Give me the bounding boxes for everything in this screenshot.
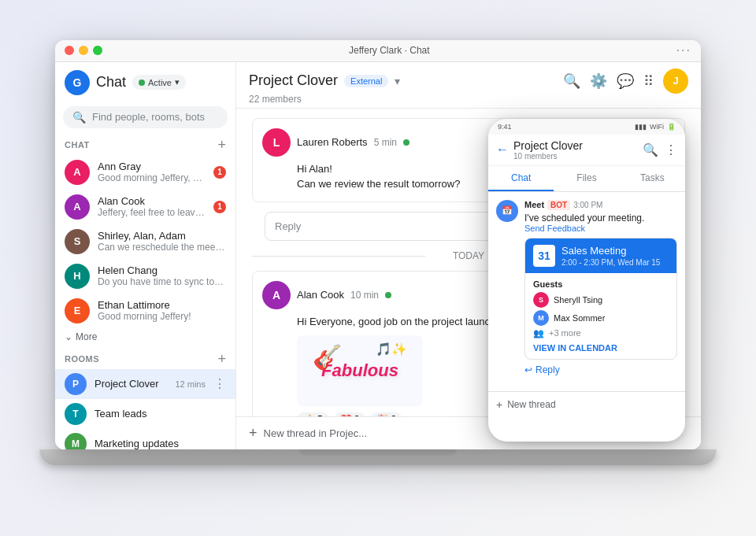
card-event-info: Sales Meeting 2:00 - 2:30 PM, Wed Mar 15 (561, 245, 660, 267)
tab-tasks[interactable]: Tasks (620, 166, 685, 191)
chat-more-button[interactable]: ⌄ More (55, 328, 235, 349)
status-dropdown-icon: ▾ (175, 77, 180, 87)
close-button[interactable] (65, 46, 74, 55)
message-time: 5 min (374, 137, 397, 148)
phone-bottom-bar[interactable]: + New thread (488, 391, 685, 417)
new-chat-button[interactable]: + (217, 138, 226, 152)
grid-icon[interactable]: ⠿ (643, 72, 654, 90)
chat-item[interactable]: A Ann Gray Good morning Jeffery, h... 1 (55, 155, 235, 190)
chat-info: Alan Cook Jeffery, feel free to leave... (98, 195, 206, 218)
members-count: 22 members (249, 94, 688, 105)
status-label: Active (148, 78, 172, 87)
bot-message-header: Meet BOT 3:00 PM (524, 200, 677, 210)
signal-icon: ▮▮▮ (635, 123, 647, 131)
guest-name: Max Sommer (554, 313, 605, 323)
card-time: 2:00 - 2:30 PM, Wed Mar 15 (561, 258, 660, 267)
chat-name: Ann Gray (98, 161, 206, 172)
feedback-link[interactable]: Send Feedback (524, 224, 677, 233)
day-label: TODAY (453, 250, 484, 261)
room-name: Team leads (94, 408, 226, 420)
chat-info: Shirley, Alan, Adam Can we reschedule th… (98, 230, 226, 253)
search-box[interactable]: 🔍 Find people, rooms, bots (63, 106, 228, 128)
chat-section-label: CHAT (65, 140, 90, 150)
chat-item[interactable]: A Alan Cook Jeffery, feel free to leave.… (55, 190, 235, 224)
avatar: L (262, 128, 291, 157)
phone-reply-button[interactable]: ↩ Reply (524, 364, 677, 375)
room-item-team-leads[interactable]: T Team leads (55, 399, 235, 429)
user-avatar[interactable]: J (663, 68, 688, 94)
gif-attachment: 🎸 🎵✨ Fabulous (297, 335, 423, 406)
avatar: A (65, 194, 90, 220)
search-icon[interactable]: 🔍 (563, 72, 580, 90)
new-room-button[interactable]: + (217, 352, 226, 366)
new-thread-label: New thread (507, 399, 555, 410)
more-guests-count: +3 more (549, 328, 581, 338)
google-chat-logo: G (65, 70, 90, 95)
maximize-button[interactable] (93, 46, 102, 55)
room-icon: T (65, 403, 87, 425)
online-status-dot (139, 79, 145, 86)
tab-chat[interactable]: Chat (488, 166, 554, 191)
back-button[interactable]: ← (496, 142, 509, 157)
room-menu-icon[interactable]: ⋮ (213, 376, 226, 391)
chevron-down-icon: ⌄ (65, 331, 72, 342)
chat-icon[interactable]: 💬 (617, 72, 634, 90)
app-title: Chat (96, 74, 126, 91)
card-body: Guests S Sheryll Tsing M Max Sommer (525, 273, 676, 359)
guest-item: S Sheryll Tsing (533, 292, 669, 308)
message-time: 10 min (350, 290, 379, 301)
calendar-card: 31 Sales Meeting 2:00 - 2:30 PM, Wed Mar… (524, 238, 677, 360)
laptop-base (39, 449, 717, 465)
avatar: A (262, 281, 291, 309)
bot-name: Meet (524, 200, 544, 209)
room-dropdown-icon[interactable]: ▾ (395, 75, 400, 87)
online-indicator (403, 139, 410, 146)
minimize-button[interactable] (79, 46, 88, 55)
tab-files[interactable]: Files (554, 166, 619, 191)
chat-name: Shirley, Alan, Adam (98, 230, 226, 242)
chat-info: Ethan Lattimore Good morning Jeffery! (98, 299, 226, 322)
status-badge[interactable]: Active ▾ (132, 75, 186, 90)
room-item-marketing[interactable]: M Marketing updates (55, 429, 235, 449)
phone-search-icon[interactable]: 🔍 (643, 142, 658, 157)
view-calendar-link[interactable]: VIEW IN CALENDAR (533, 343, 669, 353)
reply-label: Reply (536, 364, 560, 375)
card-date: 31 (533, 245, 555, 267)
chat-item[interactable]: H Helen Chang Do you have time to sync t… (55, 259, 235, 294)
tab-tasks-label: Tasks (640, 172, 665, 183)
chat-name: Alan Cook (98, 195, 206, 207)
room-title: Project Clover (249, 72, 338, 89)
chat-item[interactable]: S Shirley, Alan, Adam Can we reschedule … (55, 224, 235, 259)
more-guests: 👥 +3 more (533, 328, 669, 338)
guest-avatar: M (533, 310, 549, 326)
chat-item[interactable]: E Ethan Lattimore Good morning Jeffery! (55, 294, 235, 328)
settings-icon[interactable]: ⚙️ (590, 72, 607, 90)
window-menu-icon[interactable]: ··· (676, 43, 691, 57)
room-item-project-clover[interactable]: P Project Clover 12 mins ⋮ (55, 369, 235, 399)
guest-avatar: S (533, 292, 549, 308)
room-name: Project Clover (94, 378, 167, 390)
phone-signals: ▮▮▮ WiFi 🔋 (635, 123, 676, 131)
titlebar: Jeffery Clark · Chat ··· (55, 40, 701, 62)
avatar: S (65, 229, 90, 254)
chat-info: Ann Gray Good morning Jeffery, h... (98, 161, 206, 183)
phone-overlay: 9:41 ▮▮▮ WiFi 🔋 ← Project Clover 10 memb… (488, 119, 685, 442)
phone-tabs: Chat Files Tasks (488, 166, 685, 192)
phone-header-icons: 🔍 ⋮ (643, 142, 677, 157)
avatar: E (65, 298, 90, 323)
battery-icon: 🔋 (667, 123, 676, 131)
phone-room-subtitle: 10 members (513, 152, 638, 161)
phone-menu-icon[interactable]: ⋮ (665, 142, 677, 157)
chat-name: Helen Chang (98, 264, 226, 276)
guest-item: M Max Sommer (533, 310, 669, 326)
sender-name: Alan Cook (297, 289, 344, 301)
window-title: Jeffery Clark · Chat (102, 45, 676, 56)
guests-icon: 👥 (533, 328, 544, 338)
more-label: More (76, 331, 97, 342)
bot-message-content: Meet BOT 3:00 PM I've scheduled your mee… (524, 200, 677, 375)
chat-section-header: CHAT + (55, 135, 235, 155)
phone-room-title: Project Clover (513, 139, 638, 152)
phone-header: ← Project Clover 10 members 🔍 ⋮ (488, 135, 685, 166)
chat-preview: Good morning Jeffery! (98, 311, 226, 322)
rooms-section-header: ROOMS + (55, 349, 235, 369)
